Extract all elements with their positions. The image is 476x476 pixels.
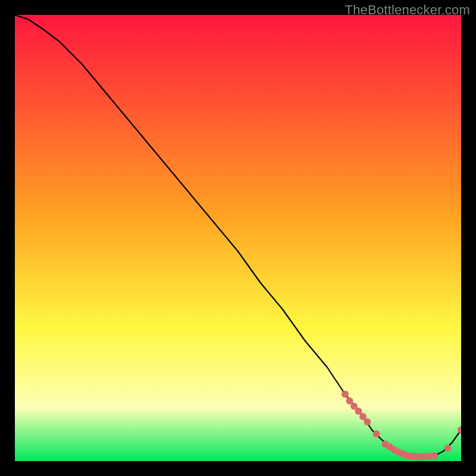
gradient-background: [15, 15, 461, 461]
data-point: [373, 430, 380, 437]
bottleneck-chart: [15, 15, 461, 461]
data-point: [431, 452, 438, 459]
watermark-text: TheBottlenecker.com: [345, 2, 470, 18]
data-point: [364, 418, 371, 425]
data-point: [342, 391, 349, 398]
chart-stage: TheBottlenecker.com: [0, 0, 476, 476]
data-point: [444, 444, 452, 452]
